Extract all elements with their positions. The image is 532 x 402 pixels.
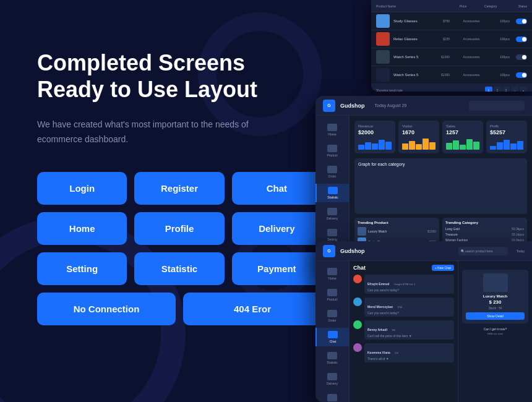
show-detail-button[interactable]: Show Detail: [466, 312, 525, 320]
sidebar-label: Statistic: [327, 361, 338, 364]
button-grid: Login Register Chat Home Profile Deliver…: [37, 172, 322, 285]
page-btn-2[interactable]: 2: [494, 87, 501, 92]
message-time: 5th: [395, 351, 398, 354]
home-button[interactable]: Home: [37, 212, 127, 245]
chat-sidebar-chat[interactable]: Chat: [315, 328, 349, 346]
sender-name: Benny Arkadi: [367, 328, 387, 331]
message-text: Can't tell the price of this item ▼: [367, 334, 451, 338]
product-price: $1000: [424, 55, 450, 59]
revenue-chart: [358, 137, 392, 150]
bar-chart: [358, 169, 523, 209]
product-price: $235: [424, 37, 450, 41]
profit-value: $5257: [490, 129, 523, 135]
product-name: Watch Series 5: [393, 73, 420, 77]
bar: [429, 142, 435, 150]
register-button[interactable]: Register: [134, 172, 224, 205]
page-btn-3[interactable]: 3: [502, 87, 510, 92]
chat-panel-title: Chat: [353, 265, 366, 271]
sidebar-label: Chat: [330, 340, 337, 343]
chat-search[interactable]: 🔍 search product here: [458, 247, 508, 255]
product-icon: [327, 289, 337, 296]
new-chat-button[interactable]: + New Chat: [432, 265, 454, 271]
page-btn-1[interactable]: 1: [485, 87, 492, 92]
chat-sidebar-home[interactable]: Home: [315, 265, 349, 283]
chat-bubble[interactable]: Efrayin Emoud Tonight 8 PM Vol. 2 Can yo…: [364, 275, 454, 294]
chat-messages: Efrayin Emoud Tonight 8 PM Vol. 2 Can yo…: [353, 275, 454, 398]
product-toggle[interactable]: [516, 72, 527, 78]
product-toggle[interactable]: [516, 19, 527, 24]
category-value: 33.1kpcs: [512, 233, 524, 236]
revenue-label: Revenue: [358, 124, 392, 128]
statistic-button[interactable]: Statistic: [134, 252, 224, 285]
sender-name: Meral Mierczylaw: [367, 305, 393, 309]
chat-screenshot: G Gudshop 🔍 search product here Today Ho…: [315, 241, 532, 402]
sender-name: Efrayin Emoud: [367, 282, 389, 286]
error-404-button[interactable]: 404 Eror: [183, 293, 322, 325]
page-btn-next[interactable]: ›: [511, 87, 518, 92]
no-connection-button[interactable]: No Connection: [37, 293, 176, 325]
visitor-label: Visitor: [402, 124, 435, 128]
product-category: Accessories: [453, 73, 480, 77]
product-row: Watch Series 5 $1000 Accessories 100pcs: [371, 66, 532, 83]
chat-sidebar-order[interactable]: Order: [315, 307, 349, 325]
chat-bubble[interactable]: Kavenma Viana 5th There's all of ▼: [364, 343, 454, 362]
product-name: Study Glasses: [393, 19, 420, 23]
bar: [409, 141, 415, 150]
chat-main: Chat + New Chat Efrayin Emoud Tonight 8 …: [350, 261, 458, 402]
sidebar-item-delivery[interactable]: Delivery: [315, 205, 349, 223]
dashboard-title: Gudshop: [340, 103, 365, 109]
chat-button[interactable]: Chat: [232, 172, 322, 205]
bar: [402, 143, 408, 150]
product-row: Relax Glasses $235 Accessories 100pcs: [371, 30, 532, 48]
sidebar-label: Delivery: [327, 216, 338, 220]
sidebar-label: Order: [328, 319, 337, 322]
product-toggle[interactable]: [516, 54, 527, 60]
dashboard-search[interactable]: [469, 101, 525, 111]
bar: [423, 139, 429, 150]
product-quantity: 100pcs: [484, 37, 510, 41]
login-button[interactable]: Login: [37, 172, 127, 205]
headline: Completed Screens Ready to Use Layout: [37, 49, 334, 103]
statistic-icon: [327, 352, 337, 359]
chat-logo: G: [323, 245, 335, 257]
chat-sidebar-setting[interactable]: Setting: [315, 391, 349, 402]
sidebar-item-statistic[interactable]: Statistic: [315, 184, 349, 202]
product-col-name: Product Name: [376, 4, 437, 8]
product-price: $ 230: [466, 299, 525, 305]
product-icon: [327, 145, 337, 152]
chat-body: Home Product Order Chat Statistic: [315, 261, 532, 402]
setting-button[interactable]: Setting: [37, 252, 127, 285]
chat-bubble[interactable]: Meral Mierczylaw 10th Can you send it to…: [364, 297, 454, 317]
chat-sidebar-statistic[interactable]: Statistic: [315, 349, 349, 367]
product-thumbnail: [376, 32, 390, 46]
visitor-card: Visitor 1670: [398, 121, 439, 153]
payment-button[interactable]: Payment: [232, 252, 322, 285]
order-icon: [327, 310, 337, 317]
bar: [510, 143, 517, 150]
product-row: Watch Series 5 $1000 Accessories 100pcs: [371, 48, 532, 66]
profile-button[interactable]: Profile: [134, 212, 224, 245]
product-toggle[interactable]: [516, 36, 527, 42]
product-thumbnail: [376, 14, 390, 28]
sidebar-label: Delivery: [327, 382, 338, 385]
chat-bubble[interactable]: Benny Arkadi 8th Can't tell the price of…: [364, 320, 454, 340]
bar: [385, 142, 392, 150]
bar: [365, 142, 371, 150]
user-avatar: [353, 343, 362, 352]
delivery-button[interactable]: Delivery: [232, 212, 322, 245]
sidebar-label: Statistic: [327, 195, 338, 199]
product-name: Luxury Watch: [466, 294, 525, 298]
profit-card: Profit $5257: [486, 121, 527, 153]
statistic-icon: [328, 187, 338, 194]
page-btn-last[interactable]: »: [520, 87, 527, 92]
bar: [446, 143, 452, 150]
sender-sub: Hello me now!: [487, 332, 503, 335]
chat-sidebar-product[interactable]: Product: [315, 286, 349, 304]
trending-products-title: Trending Product: [358, 221, 436, 225]
sidebar-item-product[interactable]: Product: [315, 142, 349, 160]
sidebar-item-home[interactable]: Home: [315, 121, 349, 139]
chat-message: Benny Arkadi 8th Can't tell the price of…: [353, 320, 454, 340]
sidebar-item-order[interactable]: Order: [315, 163, 349, 181]
chat-sidebar-delivery[interactable]: Delivery: [315, 370, 349, 388]
chat-app-title: Gudshop: [340, 248, 365, 254]
